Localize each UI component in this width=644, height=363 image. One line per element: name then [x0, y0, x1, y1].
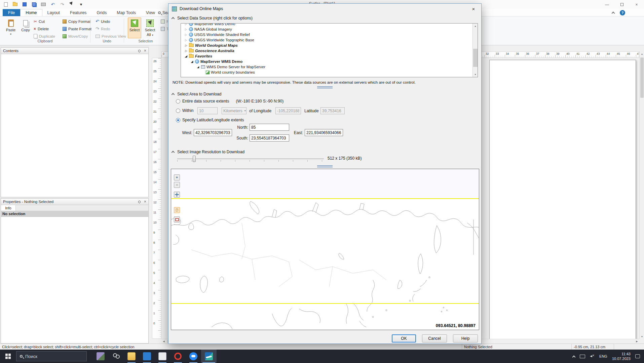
expander-icon[interactable]: ▷ [184, 44, 188, 47]
tab-grids[interactable]: Grids [91, 9, 112, 16]
ok-button[interactable]: OK [392, 334, 416, 342]
specify-extents-option[interactable]: Specify Latitude/Longitude extents [176, 118, 244, 122]
close-panel-icon[interactable]: × [144, 199, 146, 204]
radio-icon[interactable] [176, 99, 180, 104]
expander-icon[interactable]: ▷ [184, 33, 188, 36]
tab-map-tools[interactable]: Map Tools [112, 9, 141, 16]
copy-format-button[interactable]: Copy Format [61, 18, 92, 25]
redo-button[interactable]: ↷ Redo [94, 25, 111, 32]
tree-item[interactable]: ▷ USGS Worldwide Topgraphic Base [181, 37, 478, 43]
vertical-scrollbar[interactable]: ▲ ▼ [639, 51, 644, 339]
blue-app-button[interactable] [139, 350, 155, 363]
tab-features[interactable]: Features [65, 9, 91, 16]
minimize-button[interactable]: — [600, 0, 614, 9]
expander-icon[interactable]: ◢ [190, 60, 194, 63]
tab-file[interactable]: File [3, 9, 20, 16]
tree-item[interactable]: ◢ MapServer WMS Demo [181, 59, 478, 64]
zoom-extents-button[interactable] [174, 192, 180, 198]
section-resolution[interactable]: Select Image Resolution to Download [172, 150, 244, 154]
volume-muted-icon[interactable] [590, 354, 595, 358]
help-button[interactable]: Help [453, 334, 478, 342]
within-distance-field[interactable] [197, 107, 218, 114]
select-all-button[interactable]: Select All ▾ [143, 17, 157, 38]
plot-page[interactable] [489, 60, 636, 342]
north-field[interactable] [250, 124, 289, 131]
radio-icon[interactable] [176, 109, 180, 113]
resolution-slider-handle[interactable] [193, 156, 196, 162]
pan-tool-button[interactable] [174, 207, 180, 213]
radio-checked-icon[interactable] [176, 118, 180, 122]
start-button[interactable] [0, 350, 16, 363]
file-explorer-button[interactable] [124, 350, 139, 363]
data-source-tree[interactable]: ▷ MapServer WMS Demo ▷ NASA Global Image… [181, 23, 478, 77]
copy-button[interactable]: Copy [19, 17, 32, 38]
duplicate-button[interactable]: Duplicate [32, 33, 56, 40]
language-indicator[interactable]: ENG [599, 354, 607, 358]
scroll-down-icon[interactable]: ▼ [640, 334, 644, 339]
resolution-slider-track[interactable] [177, 159, 324, 159]
tree-item[interactable]: ▷ Geoscience Australia [181, 48, 478, 53]
tab-info[interactable]: Info [1, 205, 16, 211]
tray-expand-icon[interactable] [572, 355, 576, 359]
tab-view[interactable]: View [141, 9, 160, 16]
entire-extents-option[interactable]: Entire data source extents (W:-180 E:180… [176, 99, 283, 104]
splitter-grip[interactable] [317, 86, 333, 88]
pin-icon[interactable] [138, 49, 141, 52]
tree-scrollbar[interactable]: ▲ ▼ [472, 24, 478, 77]
help-icon[interactable]: ? [620, 10, 625, 15]
tree-item[interactable]: ▷ USGS Worldwide Shaded Relief [181, 32, 478, 37]
close-button[interactable]: × [629, 0, 644, 9]
select-tool-button[interactable]: Select [128, 17, 141, 38]
cut-button[interactable]: ✂ Cut [32, 18, 46, 25]
units-dropdown[interactable]: Kilometers ▾ [222, 107, 247, 114]
pinned-photo-app[interactable] [93, 350, 108, 363]
paste-format-button[interactable]: Paste Format [61, 25, 93, 32]
tree-item[interactable]: ▷ MapServer WMS Demo [181, 23, 478, 27]
expander-icon[interactable]: ▷ [184, 39, 188, 42]
collapse-ribbon-icon[interactable] [612, 12, 615, 15]
within-option[interactable]: Within [176, 108, 193, 113]
taskbar-search-box[interactable]: Поиск [16, 351, 87, 361]
zoom-out-button[interactable]: − [174, 182, 180, 188]
dialog-close-button[interactable]: × [469, 6, 478, 12]
notification-center-icon[interactable] [635, 354, 640, 358]
task-view-button[interactable] [108, 350, 124, 363]
rectangle-select-button[interactable] [174, 216, 180, 223]
pin-icon[interactable] [138, 200, 141, 203]
tree-item[interactable]: ◢ WMS Demo Server for MapServer [181, 64, 478, 70]
delete-button[interactable]: × Delete [32, 25, 50, 32]
tree-item[interactable]: ▷ World Geological Maps [181, 43, 478, 48]
scroll-left-icon[interactable]: ◀ [161, 339, 166, 344]
tree-item[interactable]: ◢ Favorites [181, 53, 478, 59]
north-extent-line[interactable] [171, 198, 479, 199]
expander-icon[interactable]: ▷ [184, 49, 188, 52]
dialog-titlebar[interactable]: Download Online Maps × [168, 4, 481, 14]
clock[interactable]: 11:43 10.07.2023 [612, 352, 631, 361]
splitter-grip[interactable] [317, 165, 333, 167]
expander-icon[interactable]: ▷ [184, 28, 188, 31]
south-field[interactable] [250, 134, 289, 142]
west-field[interactable] [194, 129, 232, 136]
expander-icon[interactable]: ▷ [184, 23, 188, 26]
undo-button[interactable]: ↶ Undo [94, 18, 111, 25]
longitude-field[interactable] [275, 107, 301, 114]
opera-browser-button[interactable] [170, 350, 186, 363]
section-data-source[interactable]: Select Data Source (right click for opti… [172, 16, 253, 21]
tab-layout[interactable]: Layout [42, 9, 65, 16]
south-extent-line[interactable] [171, 303, 479, 304]
tree-item[interactable]: ▷ NASA Global Imagery [181, 27, 478, 32]
map-preview[interactable]: + − 093.64521, 80.98897 [171, 169, 479, 330]
network-icon[interactable] [580, 355, 585, 358]
scroll-right-icon[interactable]: ▶ [635, 339, 639, 344]
move-copy-button[interactable]: Move/Copy [61, 33, 89, 40]
east-field[interactable] [305, 129, 343, 136]
tab-home[interactable]: Home [20, 9, 42, 16]
paste-button[interactable]: Paste ▾ [4, 17, 17, 38]
close-panel-icon[interactable]: × [144, 48, 146, 53]
zoom-in-button[interactable]: + [174, 174, 180, 180]
expander-icon[interactable]: ◢ [196, 66, 200, 69]
mail-app-button[interactable] [155, 350, 170, 363]
cancel-button[interactable]: Cancel [422, 334, 447, 342]
maximize-button[interactable] [614, 0, 629, 9]
scroll-down-icon[interactable]: ▼ [473, 72, 478, 77]
